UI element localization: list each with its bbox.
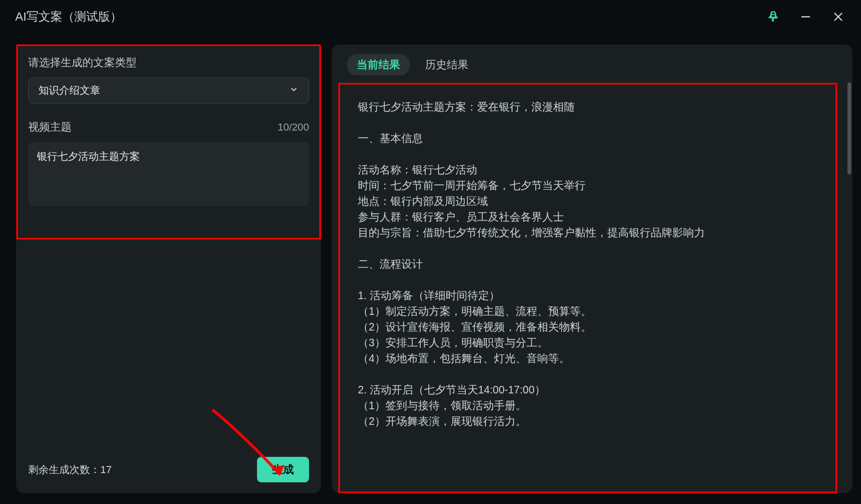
scrollbar-thumb[interactable] <box>847 82 851 175</box>
titlebar: AI写文案（测试版） <box>0 0 861 31</box>
window-controls <box>766 9 846 24</box>
remaining-count: 剩余生成次数：17 <box>28 463 112 477</box>
tab-history-result[interactable]: 历史结果 <box>415 54 478 75</box>
app-title: AI写文案（测试版） <box>15 9 122 25</box>
minimize-button[interactable] <box>798 9 813 24</box>
topic-label: 视频主题 <box>28 120 72 134</box>
chevron-down-icon <box>289 85 299 96</box>
left-footer: 剩余生成次数：17 生成 <box>28 457 309 482</box>
topic-label-row: 视频主题 10/200 <box>28 120 309 134</box>
result-tabs: 当前结果 历史结果 <box>332 54 852 84</box>
generate-button[interactable]: 生成 <box>257 457 309 482</box>
topic-textarea[interactable] <box>28 142 309 206</box>
close-icon <box>832 10 845 23</box>
left-panel: 请选择生成的文案类型 知识介绍文章 视频主题 10/200 剩余生成次数：17 … <box>16 44 321 493</box>
type-selected: 知识介绍文章 <box>38 83 100 98</box>
result-text[interactable]: 银行七夕活动主题方案：爱在银行，浪漫相随 一、基本信息 活动名称：银行七夕活动 … <box>338 84 846 493</box>
result-wrap: 银行七夕活动主题方案：爱在银行，浪漫相随 一、基本信息 活动名称：银行七夕活动 … <box>338 84 846 493</box>
type-label: 请选择生成的文案类型 <box>28 55 309 70</box>
content: 请选择生成的文案类型 知识介绍文章 视频主题 10/200 剩余生成次数：17 … <box>0 31 861 504</box>
topic-counter: 10/200 <box>278 121 309 133</box>
pin-icon <box>767 10 780 23</box>
minimize-icon <box>799 10 812 23</box>
type-dropdown[interactable]: 知识介绍文章 <box>28 77 309 104</box>
pin-button[interactable] <box>766 9 781 24</box>
tab-current-result[interactable]: 当前结果 <box>347 54 410 75</box>
right-panel: 当前结果 历史结果 银行七夕活动主题方案：爱在银行，浪漫相随 一、基本信息 活动… <box>332 44 852 493</box>
close-button[interactable] <box>831 9 846 24</box>
